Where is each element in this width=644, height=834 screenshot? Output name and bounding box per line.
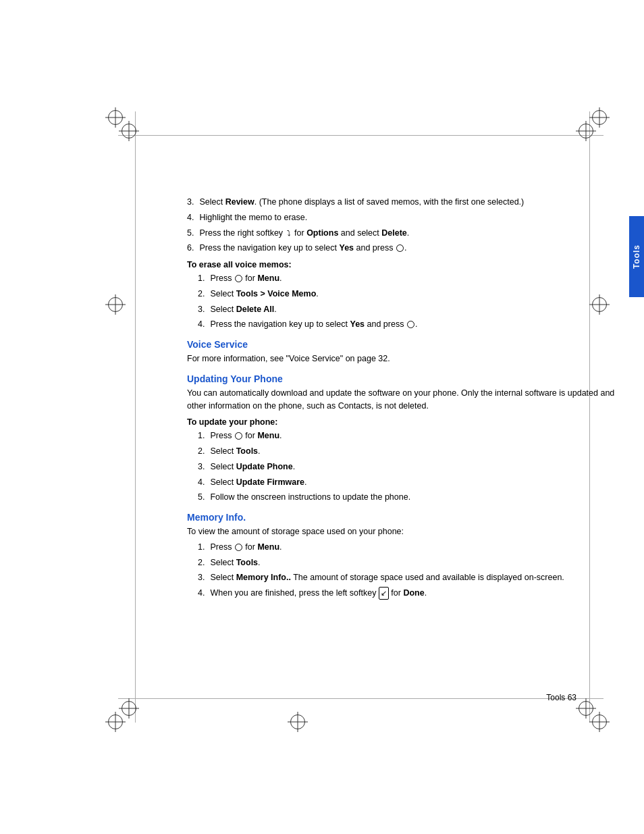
memory-info-list: 1. Press for Menu. 2. Select Tools. 3. S… [187, 541, 624, 600]
erase-all-list: 1. Press for Menu. 2. Select Tools > Voi… [187, 272, 624, 331]
update-subheading: To update your phone: [187, 417, 624, 427]
menu-button-icon [407, 321, 414, 328]
list-item: 4. When you are finished, press the left… [198, 587, 624, 600]
softkey-left-icon: ↙ [379, 587, 389, 600]
erase-all-heading: To erase all voice memos: [187, 260, 624, 269]
list-item: 1. Press for Menu. [198, 541, 624, 554]
page-footer: Tools 63 [546, 693, 576, 702]
side-tab: Tools [629, 216, 644, 297]
crop-line-left [135, 111, 136, 723]
reg-mark-tr-inner [575, 120, 597, 142]
menu-button-icon [235, 275, 242, 282]
list-item: 3. Select Memory Info.. The amount of st… [198, 571, 624, 584]
intro-list: 3. Select Review. (The phone displays a … [187, 196, 624, 255]
menu-button-icon [235, 432, 242, 440]
list-item: 3. Select Update Phone. [198, 461, 624, 473]
crop-line-top [118, 135, 603, 136]
list-item: 6. Press the navigation key up to select… [187, 242, 624, 255]
menu-button-icon [396, 244, 404, 252]
reg-mark-bc [287, 711, 308, 733]
list-item: 4. Highlight the memo to erase. [187, 211, 624, 224]
list-item: 5. Press the right softkey ⤵ for Options… [187, 227, 624, 240]
main-content: 3. Select Review. (The phone displays a … [187, 196, 624, 699]
list-item: 2. Select Tools. [198, 445, 624, 458]
voice-service-body: For more information, see "Voice Service… [187, 353, 624, 365]
reg-mark-br-inner [575, 698, 597, 719]
voice-service-heading: Voice Service [187, 339, 624, 350]
side-tab-label: Tools [632, 244, 641, 269]
menu-button-icon [235, 544, 242, 551]
reg-mark-bl-inner [118, 698, 140, 719]
list-item: 4. Press the navigation key up to select… [198, 318, 624, 331]
page-number: Tools 63 [546, 693, 576, 702]
updating-list: 1. Press for Menu. 2. Select Tools. 3. S… [187, 429, 624, 504]
updating-body: You can automatically download and updat… [187, 387, 624, 413]
reg-mark-tl-inner [118, 120, 140, 142]
list-item: 4. Select Update Firmware. [198, 476, 624, 489]
memory-info-body: To view the amount of storage space used… [187, 525, 624, 538]
list-item: 5. Follow the onscreen instructions to u… [198, 491, 624, 504]
list-item: 3. Select Delete All. [198, 303, 624, 316]
list-item: 1. Press for Menu. [198, 272, 624, 285]
reg-mark-ml [105, 294, 126, 315]
list-item: 3. Select Review. (The phone displays a … [187, 196, 624, 209]
list-item: 2. Select Tools. [198, 556, 624, 569]
softkey-right-icon: ⤵ [287, 228, 291, 239]
memory-info-heading: Memory Info. [187, 512, 624, 523]
list-item: 2. Select Tools > Voice Memo. [198, 288, 624, 301]
list-item: 1. Press for Menu. [198, 429, 624, 442]
updating-heading: Updating Your Phone [187, 373, 624, 384]
